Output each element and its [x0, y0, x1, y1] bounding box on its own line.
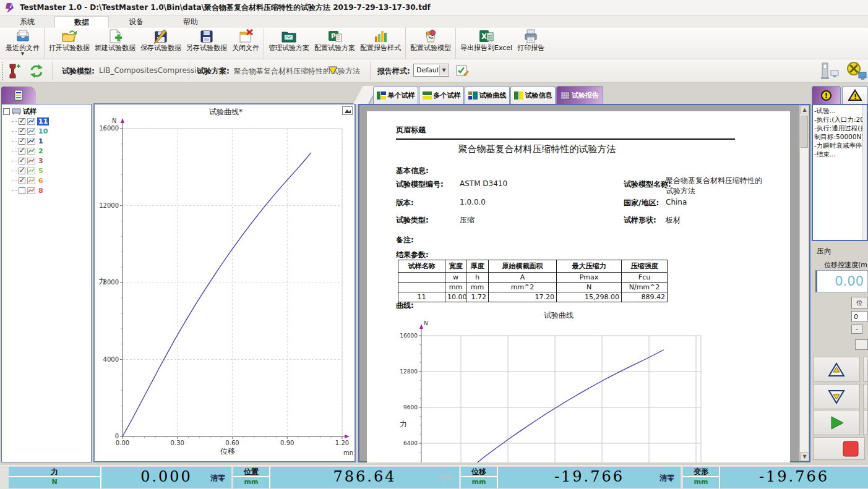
- log-scrollbar[interactable]: [862, 105, 867, 240]
- checkbox[interactable]: [19, 138, 25, 145]
- table-cell: w: [445, 273, 466, 283]
- refresh-icon[interactable]: [28, 63, 45, 79]
- checkbox[interactable]: [19, 168, 25, 174]
- menu-device[interactable]: 设备: [109, 16, 163, 28]
- save-as-data-button[interactable]: 另存试验数据: [184, 28, 230, 59]
- svg-text:N: N: [424, 320, 428, 326]
- speed-value-box[interactable]: 0.00: [815, 270, 868, 292]
- scroll-down-arrow[interactable]: ▼: [800, 452, 809, 461]
- tree-connector: [12, 190, 17, 191]
- curve-chart-panel: 试验曲线*04000800012000160000.000.300.600.90…: [93, 103, 356, 462]
- jog-down-button[interactable]: [813, 384, 860, 409]
- table-cell: N: [557, 283, 622, 292]
- titlebar: TestMaster 1.0 - D:\TestMaster 1.0\Bin\d…: [0, 0, 868, 16]
- readout-label: 位置 mm: [233, 467, 270, 488]
- scroll-up-arrow[interactable]: ▲: [800, 105, 809, 114]
- tree-item-specimen[interactable]: 6: [12, 176, 90, 185]
- readout-name: 位置: [233, 467, 269, 477]
- tree-item-specimen[interactable]: 8: [12, 185, 90, 195]
- menu-help[interactable]: 帮助: [163, 16, 218, 28]
- new-data-button[interactable]: 新建试验数据: [92, 28, 138, 59]
- jog-up-button[interactable]: [813, 357, 860, 382]
- decrement-button[interactable]: -: [851, 325, 862, 334]
- tab-test-report[interactable]: 试验报告: [556, 86, 603, 104]
- save-data-button[interactable]: 保存试验数据: [138, 28, 184, 59]
- svg-text:0: 0: [115, 433, 119, 440]
- tree-item-specimen[interactable]: 2: [12, 146, 90, 156]
- cut-off-button[interactable]: [863, 357, 868, 382]
- tab-test-curve[interactable]: 试验曲线: [465, 86, 510, 104]
- zero-button[interactable]: 清零: [660, 473, 674, 483]
- report-style-button[interactable]: 配置报告样式: [358, 28, 403, 59]
- checkbox[interactable]: [19, 177, 25, 184]
- tab-specimen-list[interactable]: [1, 87, 36, 104]
- table-cell: N/mm^2: [622, 283, 668, 292]
- readout-name: 位移: [461, 467, 497, 477]
- chart-tool-button[interactable]: [342, 106, 353, 115]
- tab-multi-specimen[interactable]: 多个试样: [419, 86, 464, 104]
- checkbox[interactable]: [19, 158, 25, 164]
- jog-down-icon: [828, 389, 845, 405]
- manage-scheme-button[interactable]: 管理试验方案: [266, 28, 312, 59]
- recent-files-button[interactable]: 最近的文件 ▼: [3, 28, 42, 59]
- table-row: whAPmaxFcu: [398, 273, 668, 283]
- cut-off-button[interactable]: [855, 339, 868, 350]
- print-report-button[interactable]: 打印报告: [515, 28, 547, 59]
- report-scrollbar[interactable]: ▲ ▼: [799, 105, 809, 461]
- close-file-button[interactable]: 关闭文件: [230, 28, 262, 59]
- report-style-edit-icon[interactable]: [455, 64, 469, 77]
- position-readout: 位置 mm 786.64 清零: [233, 467, 459, 488]
- tab-single-specimen[interactable]: 单个试样: [373, 86, 418, 104]
- menu-system[interactable]: 系统: [0, 16, 54, 28]
- warning-triangle-icon: !: [848, 89, 862, 101]
- svg-text:9600: 9600: [403, 404, 418, 410]
- tree-root-specimens[interactable]: 试样: [3, 106, 90, 116]
- tab-alert-log[interactable]: !: [812, 86, 841, 104]
- tree-item-specimen[interactable]: 1: [12, 136, 90, 146]
- readout-name: 变形: [683, 467, 719, 477]
- tab-label: 试验曲线: [479, 91, 507, 100]
- tree-item-specimen[interactable]: 10: [12, 126, 90, 136]
- svg-text:12800: 12800: [400, 368, 418, 375]
- checkbox[interactable]: [3, 108, 10, 115]
- specimen-add-icon[interactable]: [7, 63, 21, 79]
- speed-unit-button[interactable]: 位: [851, 297, 868, 308]
- tab-test-info[interactable]: 试验信息: [510, 86, 556, 104]
- config-model-button[interactable]: 配置试验模型: [408, 28, 453, 59]
- tree-item-specimen[interactable]: 3: [12, 156, 90, 166]
- tab-icon: [377, 91, 386, 100]
- table-cell: Fcu: [622, 273, 668, 283]
- zero-button[interactable]: 清零: [438, 473, 453, 483]
- report-style-select[interactable]: Default ▼: [413, 64, 449, 77]
- speed-step-input[interactable]: [851, 311, 868, 322]
- table-header-cell: 宽度: [445, 260, 466, 273]
- scheme-dropdown-icon[interactable]: [327, 65, 339, 76]
- checkbox[interactable]: [19, 118, 25, 125]
- tab-label: 单个试样: [388, 91, 415, 100]
- checkbox[interactable]: [19, 128, 25, 135]
- table-cell: mm: [445, 283, 466, 292]
- cut-off-button[interactable]: [863, 410, 868, 435]
- remark-label: 备注:: [396, 235, 414, 245]
- toolbar-button-label: 导出报告到Excel: [460, 44, 512, 52]
- tab-warning[interactable]: !: [842, 86, 868, 104]
- speed-value: 0.00: [835, 274, 864, 289]
- report-title: 聚合物基复合材料压缩特性的试验方法: [367, 143, 707, 155]
- toolbar-group-model: 配置试验模型: [405, 28, 455, 59]
- specimen-label: 11: [37, 117, 49, 125]
- field-value: 1.0.0.0: [460, 198, 486, 206]
- config-scheme-button[interactable]: P 配置试验方案: [312, 28, 358, 59]
- table-row: mmmmmm^2NN/mm^2: [398, 283, 668, 292]
- zero-button[interactable]: 清零: [210, 473, 225, 483]
- tree-item-specimen[interactable]: 5: [12, 166, 90, 176]
- cut-off-button[interactable]: [863, 384, 868, 409]
- checkbox[interactable]: [19, 148, 25, 155]
- scrollbar-thumb[interactable]: [801, 116, 808, 148]
- stop-test-button[interactable]: [813, 437, 865, 460]
- checkbox[interactable]: [19, 187, 25, 194]
- open-data-button[interactable]: 打开试验数据: [46, 28, 92, 59]
- menu-data[interactable]: 数据: [54, 16, 109, 28]
- tree-item-specimen[interactable]: 11: [12, 116, 90, 126]
- export-excel-button[interactable]: X 导出报告到Excel: [458, 28, 515, 59]
- start-test-button[interactable]: [813, 410, 860, 435]
